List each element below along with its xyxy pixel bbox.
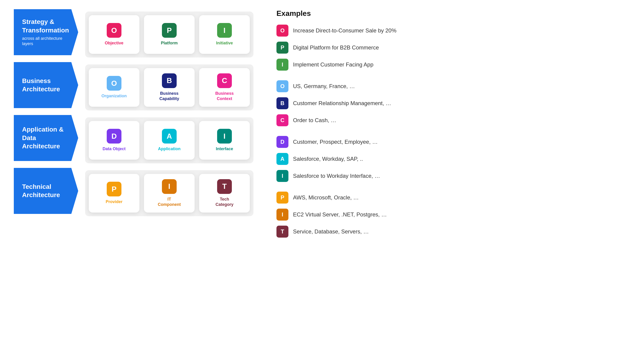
- card-label-platform: Platform: [161, 40, 178, 46]
- examples-section: Examples OIncrease Direct-to-Consumer Sa…: [267, 9, 630, 243]
- card-business-capability[interactable]: BBusiness Capability: [144, 68, 194, 107]
- example-item: PDigital Platform for B2B Commerce: [276, 42, 630, 54]
- example-text: Customer, Prospect, Employee, …: [293, 139, 378, 145]
- card-icon-objective: O: [107, 23, 122, 38]
- card-tech-category[interactable]: TTech Category: [199, 174, 250, 212]
- example-text: Salesforce, Workday, SAP, ..: [293, 156, 363, 162]
- example-spacer: [276, 76, 630, 80]
- example-item: DCustomer, Prospect, Employee, …: [276, 136, 630, 148]
- card-icon-interface: I: [217, 129, 232, 144]
- card-it-component[interactable]: IIT Component: [144, 174, 194, 212]
- example-text: Salesforce to Workday Interface, …: [293, 173, 380, 179]
- card-label-business-capability: Business Capability: [160, 91, 179, 102]
- example-icon: D: [276, 136, 288, 148]
- card-objective[interactable]: OObjective: [89, 15, 140, 54]
- example-icon: I: [276, 208, 288, 220]
- cards-row-strategy: OObjectivePPlatformIInitiative: [85, 12, 254, 58]
- examples-title: Examples: [276, 9, 630, 18]
- card-interface[interactable]: IInterface: [199, 121, 250, 160]
- example-item: COrder to Cash, …: [276, 114, 630, 126]
- example-item: OUS, Germany, France, …: [276, 80, 630, 92]
- main-layout: Strategy &Transformationacross all archi…: [14, 9, 630, 243]
- example-item: ASalesforce, Workday, SAP, ..: [276, 153, 630, 165]
- card-label-objective: Objective: [105, 40, 123, 46]
- card-icon-provider: P: [107, 182, 122, 196]
- card-icon-platform: P: [162, 23, 177, 38]
- card-data-object[interactable]: DData Object: [89, 121, 140, 160]
- example-item: IEC2 Virtual Server, .NET, Postgres, …: [276, 208, 630, 220]
- card-label-business-context: Business Context: [215, 91, 234, 102]
- card-icon-application: A: [162, 129, 177, 144]
- example-text: EC2 Virtual Server, .NET, Postgres, …: [293, 211, 387, 218]
- cards-row-app-data: DData ObjectAApplicationIInterface: [85, 117, 254, 163]
- example-icon: I: [276, 59, 288, 70]
- example-icon: O: [276, 80, 288, 92]
- card-provider[interactable]: PProvider: [89, 174, 140, 212]
- example-item: TService, Database, Servers, …: [276, 226, 630, 238]
- card-label-application: Application: [158, 146, 180, 152]
- card-icon-organization: O: [107, 76, 122, 90]
- example-text: Customer Relationship Management, …: [293, 100, 391, 106]
- layer-label-app-data: Application & DataArchitecture: [14, 115, 78, 161]
- example-item: ISalesforce to Workday Interface, …: [276, 170, 630, 182]
- example-text: US, Germany, France, …: [293, 83, 355, 90]
- example-icon: T: [276, 226, 288, 238]
- example-icon: P: [276, 192, 288, 204]
- example-text: Increase Direct-to-Consumer Sale by 20%: [293, 27, 396, 34]
- card-business-context[interactable]: CBusiness Context: [199, 68, 250, 107]
- cards-row-business: OOrganizationBBusiness CapabilityCBusine…: [85, 64, 254, 110]
- cards-row-technical: PProviderIIT ComponentTTech Category: [85, 170, 254, 216]
- card-label-initiative: Initiative: [216, 40, 233, 46]
- example-icon: I: [276, 170, 288, 182]
- card-label-provider: Provider: [106, 199, 122, 204]
- layer-label-business: BusinessArchitecture: [14, 62, 78, 108]
- card-label-it-component: IT Component: [158, 197, 181, 208]
- left-section: Strategy &Transformationacross all archi…: [14, 9, 254, 243]
- example-icon: O: [276, 24, 288, 36]
- card-application[interactable]: AApplication: [144, 121, 194, 160]
- example-text: Order to Cash, …: [293, 117, 336, 124]
- example-text: Digital Platform for B2B Commerce: [293, 44, 379, 51]
- layers-column: Strategy &Transformationacross all archi…: [14, 9, 78, 243]
- example-item: OIncrease Direct-to-Consumer Sale by 20%: [276, 24, 630, 36]
- example-icon: B: [276, 97, 288, 109]
- example-spacer: [276, 131, 630, 136]
- card-icon-initiative: I: [217, 23, 232, 38]
- card-label-data-object: Data Object: [102, 146, 126, 152]
- example-item: PAWS, Microsoft, Oracle, …: [276, 192, 630, 204]
- card-icon-data-object: D: [107, 129, 122, 144]
- layer-label-strategy: Strategy &Transformationacross all archi…: [14, 9, 78, 55]
- card-icon-business-context: C: [217, 73, 232, 88]
- card-initiative[interactable]: IInitiative: [199, 15, 250, 54]
- example-text: AWS, Microsoft, Oracle, …: [293, 194, 359, 201]
- examples-list: OIncrease Direct-to-Consumer Sale by 20%…: [276, 24, 630, 238]
- example-spacer: [276, 187, 630, 192]
- example-text: Service, Database, Servers, …: [293, 228, 369, 235]
- example-icon: P: [276, 42, 288, 54]
- card-icon-business-capability: B: [162, 73, 177, 88]
- card-icon-tech-category: T: [217, 179, 232, 194]
- card-icon-it-component: I: [162, 179, 177, 194]
- card-organization[interactable]: OOrganization: [89, 68, 140, 107]
- card-platform[interactable]: PPlatform: [144, 15, 194, 54]
- example-item: BCustomer Relationship Management, …: [276, 97, 630, 109]
- layer-label-technical: TechnicalArchitecture: [14, 168, 78, 214]
- example-icon: A: [276, 153, 288, 165]
- example-icon: C: [276, 114, 288, 126]
- cards-area: OObjectivePPlatformIInitiativeOOrganizat…: [85, 9, 254, 243]
- example-item: IImplement Customer Facing App: [276, 59, 630, 70]
- card-label-interface: Interface: [216, 146, 233, 152]
- card-label-tech-category: Tech Category: [216, 197, 234, 208]
- card-label-organization: Organization: [102, 94, 127, 99]
- example-text: Implement Customer Facing App: [293, 62, 374, 68]
